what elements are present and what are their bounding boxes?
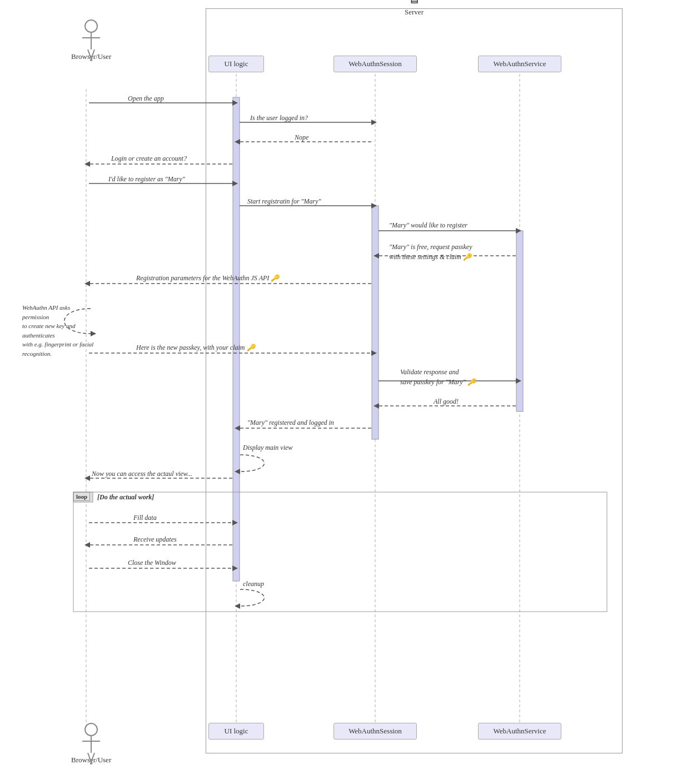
lifeline-webauthn-service-top: WebAuthnService: [478, 56, 561, 72]
msg-20-label: cleanup: [243, 580, 264, 588]
msg-16-label: Now you can access the actaul view...: [92, 470, 192, 478]
svg-marker-42: [84, 542, 90, 548]
msg-12-label: Validate response andsave passkey for "M…: [400, 367, 476, 387]
actor-head-bottom: [84, 723, 98, 736]
lifeline-webauthn-session-bottom: WebAuthnSession: [333, 723, 417, 740]
msg-5-label: I'd like to register as "Mary": [108, 175, 185, 183]
msg-17-label: Fill data: [133, 514, 157, 522]
actor-browser-bottom: Browser/User: [71, 723, 111, 765]
lifeline-ui-logic-bottom: UI logic: [208, 723, 264, 740]
actor-arms: [82, 37, 100, 38]
server-icon: 🖥: [405, 0, 424, 7]
server-label: Server: [405, 8, 424, 17]
msg-2-label: Is the user logged in?: [250, 114, 308, 122]
actor-body: [91, 33, 92, 49]
msg-11-label: Here is the new passkey, with your claim…: [136, 344, 255, 352]
lifeline-webauthn-service-bottom: WebAuthnService: [478, 723, 561, 740]
msg-4-label: Login or create an account?: [111, 155, 187, 163]
msg-8-label: "Mary" is free, request passkeywith thes…: [389, 242, 472, 262]
actor-head: [84, 19, 98, 33]
msg-10-label: WebAuthn API asks permissionto create ne…: [22, 303, 97, 358]
msg-3-label: Nope: [295, 133, 308, 142]
svg-marker-14: [84, 161, 90, 167]
msg-1-label: Open the app: [128, 95, 164, 103]
msg-9-label: Registration parameters for the WebAuthn…: [136, 274, 279, 282]
loop-label: loop: [73, 492, 90, 501]
lifeline-webauthn-session-top: WebAuthnSession: [333, 56, 417, 72]
sequence-diagram: 🖥 Server Browser/User UI logic WebAuthnS…: [0, 0, 697, 784]
msg-18-label: Receive updates: [133, 535, 177, 544]
loop-condition: [Do the actual work]: [97, 493, 154, 502]
msg-14-label: "Mary" registered and logged in: [247, 419, 334, 427]
lifeline-ui-logic-top: UI logic: [208, 56, 264, 72]
actor-browser-top: Browser/User: [71, 19, 111, 61]
actor-figure-top: [84, 19, 98, 49]
msg-15-label: Display main view: [243, 444, 292, 452]
svg-marker-36: [84, 475, 90, 481]
actor-figure-bottom: [84, 723, 98, 753]
actor-body-bottom: [91, 736, 92, 753]
msg-6-label: Start registratin for "Mary": [247, 197, 321, 206]
svg-marker-24: [84, 281, 90, 286]
msg-19-label: Close the Window: [128, 559, 176, 567]
msg-7-label: "Mary" would like to register: [389, 221, 467, 230]
msg-13-label: All good!: [434, 398, 459, 406]
actor-arms-bottom: [82, 741, 100, 742]
